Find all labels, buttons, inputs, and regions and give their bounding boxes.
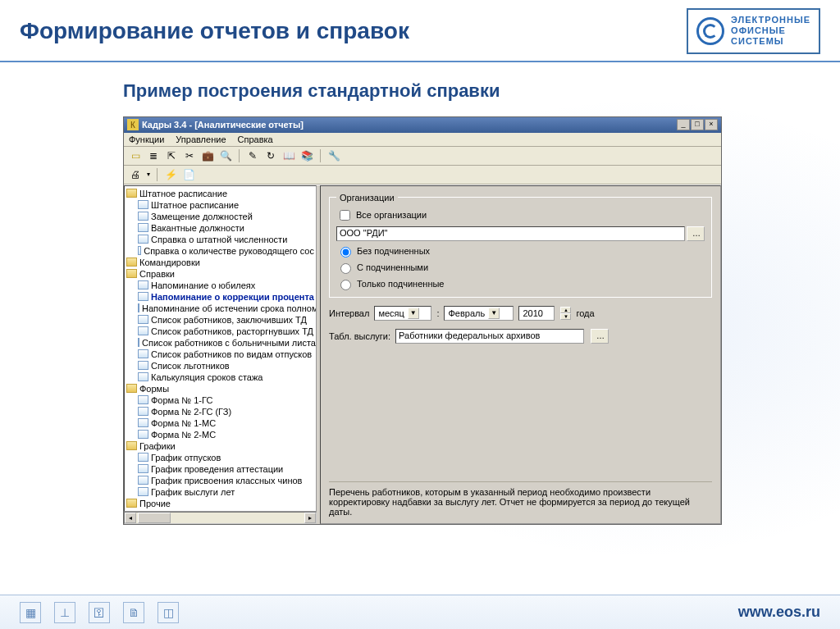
radio-no-subordinates[interactable]: Без подчиненных	[336, 244, 705, 258]
titlebar[interactable]: К Кадры 3.4 - [Аналитические отчеты] _ □…	[124, 117, 721, 133]
tree-item[interactable]: Напоминание о юбилеях	[125, 280, 316, 291]
scroll-right-icon[interactable]: ▸	[304, 513, 316, 523]
tb-refresh-icon[interactable]: ↻	[264, 149, 277, 162]
tree-item[interactable]: Вакантные должности	[125, 222, 316, 234]
seniority-table-field[interactable]: Работники федеральных архивов	[395, 329, 584, 344]
tree-label: Список льготников	[151, 360, 230, 371]
organizations-fieldset: Организации Все организации ООО "РДИ" … …	[329, 193, 712, 298]
close-button[interactable]: ×	[705, 119, 718, 130]
tree-item[interactable]: График выслуги лет	[125, 486, 316, 498]
tree-label: График присвоения классных чинов	[151, 475, 302, 486]
tree-item[interactable]: Форма № 1-ГС	[125, 394, 316, 406]
tree-item[interactable]: Список работников, заключивших ТД	[125, 314, 316, 326]
tree-item[interactable]: Список льготников	[125, 360, 316, 371]
tree-item[interactable]: Список работников с больничными листа	[125, 337, 316, 349]
chevron-down-icon[interactable]: ▼	[408, 308, 419, 319]
tree-item[interactable]: Список работников по видам отпусков	[125, 349, 316, 360]
report-icon	[138, 476, 148, 485]
footer-tree-icon: ⊥	[54, 602, 75, 623]
report-icon	[138, 212, 148, 221]
tree-folder[interactable]: Штатное расписание	[125, 188, 316, 199]
tb-case-icon[interactable]: 💼	[201, 149, 214, 162]
menu-functions[interactable]: Функции	[129, 134, 164, 144]
scroll-left-icon[interactable]: ◂	[125, 513, 136, 523]
tb-copy-icon[interactable]: 📄	[182, 168, 195, 181]
menu-management[interactable]: Управление	[176, 134, 226, 144]
tree-item[interactable]: Справка о штатной численности	[125, 234, 316, 245]
app-window: К Кадры 3.4 - [Аналитические отчеты] _ □…	[123, 116, 722, 525]
tb-book-icon[interactable]: 📖	[282, 149, 295, 162]
radio-only-subordinates[interactable]: Только подчиненные	[336, 277, 705, 290]
seniority-browse-button[interactable]: …	[591, 329, 609, 344]
tree-folder[interactable]: Справки	[125, 268, 316, 280]
tree-item[interactable]: График присвоения классных чинов	[125, 475, 316, 486]
radio-with-subordinates[interactable]: С подчиненными	[336, 261, 705, 274]
tree-label: Замещение должностей	[151, 211, 253, 222]
tb-search-icon[interactable]: 🔍	[219, 149, 232, 162]
tree-item[interactable]: Штатное расписание	[125, 199, 316, 211]
year-down-button[interactable]: ▼	[560, 313, 571, 320]
tree-label: Список работников, расторгнувших ТД	[151, 326, 313, 337]
tree-label: Список работников по видам отпусков	[151, 349, 312, 360]
tree-item[interactable]: График проведения аттестации	[125, 463, 316, 475]
tree-label: Вакантные должности	[151, 222, 244, 234]
tree-label: Список работников с больничными листа	[142, 337, 316, 349]
tb-run-icon[interactable]: ⚡	[164, 168, 177, 181]
seniority-table-row: Табл. выслуги: Работники федеральных арх…	[329, 329, 712, 344]
month-combo[interactable]: Февраль ▼	[444, 306, 514, 321]
report-icon	[138, 372, 148, 381]
tb-export-icon[interactable]: ⇱	[165, 149, 178, 162]
menubar: Функции Управление Справка	[124, 133, 721, 147]
slide-header: Формирование отчетов и справок ЭЛЕКТРОНН…	[0, 0, 840, 62]
tree-item[interactable]: Форма № 2-МС	[125, 429, 316, 440]
year-up-button[interactable]: ▲	[560, 307, 571, 313]
menu-help[interactable]: Справка	[238, 134, 273, 144]
tb-card-icon[interactable]: ▭	[129, 149, 142, 162]
interval-unit-combo[interactable]: месяц ▼	[374, 306, 431, 321]
tree-item[interactable]: Замещение должностей	[125, 211, 316, 222]
tree-folder[interactable]: Командировки	[125, 257, 316, 268]
tree-folder[interactable]: Графики	[125, 440, 316, 452]
tb-books-icon[interactable]: 📚	[300, 149, 313, 162]
tree-item[interactable]: Калькуляция сроков стажа	[125, 371, 316, 383]
tree-label: Справка о количестве руководящего сос	[144, 245, 314, 257]
organization-browse-button[interactable]: …	[687, 226, 705, 241]
tree-label: График отпусков	[151, 452, 221, 463]
tb-print-icon[interactable]: 🖨	[129, 168, 142, 181]
report-icon	[138, 326, 148, 335]
year-suffix: года	[576, 308, 594, 318]
tree-label: Штатное расписание	[139, 188, 227, 199]
report-icon	[138, 453, 148, 462]
report-icon	[138, 395, 148, 404]
report-icon	[138, 235, 148, 244]
report-icon	[138, 223, 148, 232]
tb-edit-icon[interactable]: ✎	[246, 149, 259, 162]
tree-item[interactable]: Напоминание об истечении срока полном	[125, 303, 316, 314]
tree-item[interactable]: Список работников, расторгнувших ТД	[125, 326, 316, 337]
tree-item[interactable]: Форма № 2-ГС (ГЗ)	[125, 406, 316, 417]
interval-separator: :	[436, 308, 439, 318]
tree-item[interactable]: Справка о количестве руководящего сос	[125, 245, 316, 257]
tree-item[interactable]: Напоминание о коррекции процента	[125, 291, 316, 303]
tb-list-icon[interactable]: ≣	[147, 149, 160, 162]
scroll-thumb[interactable]	[138, 513, 171, 523]
report-icon	[138, 430, 148, 439]
tree-folder[interactable]: Формы	[125, 383, 316, 394]
maximize-button[interactable]: □	[691, 119, 704, 130]
form-pane: Организации Все организации ООО "РДИ" … …	[320, 185, 721, 524]
tree-item[interactable]: График отпусков	[125, 452, 316, 463]
tree-hscrollbar[interactable]: ◂ ▸	[124, 512, 317, 524]
tree-folder[interactable]: Прочие	[125, 498, 316, 509]
year-spinner[interactable]: 2010	[518, 306, 555, 321]
tb-cut-icon[interactable]: ✂	[183, 149, 196, 162]
report-tree[interactable]: Штатное расписаниеШтатное расписаниеЗаме…	[124, 185, 317, 512]
folder-icon	[126, 269, 137, 278]
all-orgs-input[interactable]	[340, 210, 350, 221]
organization-field[interactable]: ООО "РДИ"	[336, 226, 685, 241]
tree-item[interactable]: Форма № 1-МС	[125, 417, 316, 429]
chevron-down-icon[interactable]: ▼	[488, 308, 500, 319]
all-orgs-checkbox[interactable]: Все организации	[336, 207, 705, 223]
minimize-button[interactable]: _	[677, 119, 690, 130]
tb-tool-icon[interactable]: 🔧	[327, 149, 340, 162]
folder-icon	[126, 441, 137, 450]
